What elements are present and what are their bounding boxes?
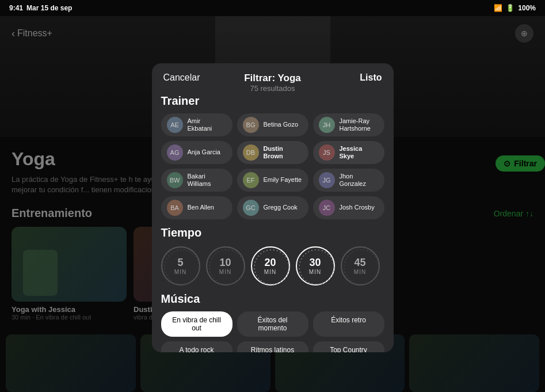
trainer-name-jhon: Jhon Gonzalez [340, 173, 379, 188]
trainer-name-dustin: Dustin Brown [264, 145, 303, 160]
music-section-title: Música [161, 292, 384, 306]
trainer-name-bakari: Bakari Williams [188, 173, 227, 188]
trainer-chip-anja[interactable]: AG Anja Garcia [161, 141, 233, 164]
time-option-5[interactable]: 5 MIN [161, 246, 200, 286]
music-option-exitos-momento[interactable]: Éxitos del momento [237, 311, 308, 337]
time-option-20[interactable]: 20 MIN [251, 246, 290, 286]
modal-results-count: 75 resultados [244, 84, 301, 93]
wifi-icon: 📶 [494, 4, 502, 12]
trainer-name-emily: Emily Fayette [264, 176, 302, 184]
trainer-name-anja: Anja Garcia [188, 149, 220, 156]
trainer-avatar-jessica: JS [319, 144, 335, 161]
trainer-avatar-gregg: GC [243, 200, 259, 216]
svg-point-3 [299, 250, 334, 284]
time-section-title: Tiempo [161, 226, 384, 239]
time-tick-marks-30 [297, 248, 336, 287]
status-left: 9:41 Mar 15 de sep [9, 4, 72, 12]
time-option-45[interactable]: 45 MIN [341, 246, 380, 286]
status-bar: 9:41 Mar 15 de sep 📶 🔋 100% [0, 0, 545, 16]
trainer-name-jessica: Jessica Skye [340, 145, 379, 160]
filter-modal: Cancelar Filtrar: Yoga 75 resultados Lis… [152, 63, 394, 352]
svg-point-1 [209, 250, 244, 284]
modal-title-area: Filtrar: Yoga 75 resultados [244, 73, 301, 93]
status-right: 📶 🔋 100% [494, 4, 536, 12]
trainer-avatar-bakari: BW [167, 172, 183, 188]
music-chips-grid: En vibra de chill out Éxitos del momento… [161, 311, 384, 352]
time-tick-marks-20 [252, 248, 291, 287]
trainer-avatar-dustin: DB [243, 144, 259, 161]
trainer-avatar-jamie: JH [319, 117, 335, 133]
date-display: Mar 15 de sep [26, 4, 72, 12]
trainer-avatar-jhon: JG [319, 172, 335, 188]
trainer-chip-amir[interactable]: AE Amir Ekbatani [161, 113, 233, 136]
trainer-chip-jessica[interactable]: JS Jessica Skye [313, 141, 384, 164]
trainer-chip-bakari[interactable]: BW Bakari Williams [161, 169, 233, 192]
music-option-latinos[interactable]: Ritmos latinos [237, 341, 308, 352]
trainer-chip-josh[interactable]: JC Josh Crosby [313, 196, 384, 219]
done-button[interactable]: Listo [360, 73, 382, 83]
time-circles-group: 5 MIN 10 MIN 20 MIN 30 [161, 246, 384, 286]
cancel-button[interactable]: Cancelar [163, 73, 200, 83]
trainer-chip-betina[interactable]: BG Betina Gozo [237, 113, 308, 136]
time-display: 9:41 [9, 4, 23, 12]
trainer-avatar-betina: BG [243, 117, 259, 133]
trainer-avatar-anja: AG [167, 144, 183, 161]
time-tick-marks-10 [207, 248, 246, 287]
trainer-chip-ben[interactable]: BA Ben Allen [161, 196, 233, 219]
trainer-avatar-amir: AE [167, 117, 183, 133]
trainer-name-betina: Betina Gozo [264, 121, 299, 128]
time-option-30[interactable]: 30 MIN [296, 246, 335, 286]
time-tick-marks-45 [342, 248, 381, 287]
trainer-chip-jhon[interactable]: JG Jhon Gonzalez [313, 169, 384, 192]
trainer-section-title: Trainer [161, 94, 384, 108]
trainer-chip-dustin[interactable]: DB Dustin Brown [237, 141, 308, 164]
trainer-name-jamie: Jamie-Ray Hartshorne [340, 117, 379, 132]
modal-title: Filtrar: Yoga [244, 73, 301, 84]
trainer-name-ben: Ben Allen [188, 204, 214, 211]
trainer-avatar-emily: EF [243, 172, 259, 188]
battery-icon: 🔋 [506, 4, 514, 12]
trainer-chip-emily[interactable]: EF Emily Fayette [237, 169, 308, 192]
trainer-chip-gregg[interactable]: GC Gregg Cook [237, 196, 308, 219]
music-option-exitos-retro[interactable]: Éxitos retro [313, 311, 384, 337]
trainer-name-josh: Josh Crosby [340, 204, 375, 211]
music-option-rock[interactable]: A todo rock [161, 341, 233, 352]
time-option-10[interactable]: 10 MIN [206, 246, 245, 286]
modal-body: Trainer AE Amir Ekbatani BG Betina Gozo … [152, 87, 394, 352]
svg-point-2 [254, 250, 289, 284]
modal-header: Cancelar Filtrar: Yoga 75 resultados Lis… [152, 63, 394, 87]
time-tick-marks-5 [162, 248, 201, 287]
music-option-chill[interactable]: En vibra de chill out [161, 311, 233, 337]
trainer-chip-jamie[interactable]: JH Jamie-Ray Hartshorne [313, 113, 384, 136]
battery-level: 100% [518, 4, 536, 12]
trainer-avatar-josh: JC [319, 200, 335, 216]
trainer-name-amir: Amir Ekbatani [188, 117, 227, 132]
trainer-avatar-ben: BA [167, 200, 183, 216]
music-option-country[interactable]: Top Country [313, 341, 384, 352]
svg-point-4 [344, 250, 379, 284]
trainer-name-gregg: Gregg Cook [264, 204, 298, 211]
svg-point-0 [165, 250, 199, 284]
trainer-grid: AE Amir Ekbatani BG Betina Gozo JH Jamie… [161, 113, 384, 219]
